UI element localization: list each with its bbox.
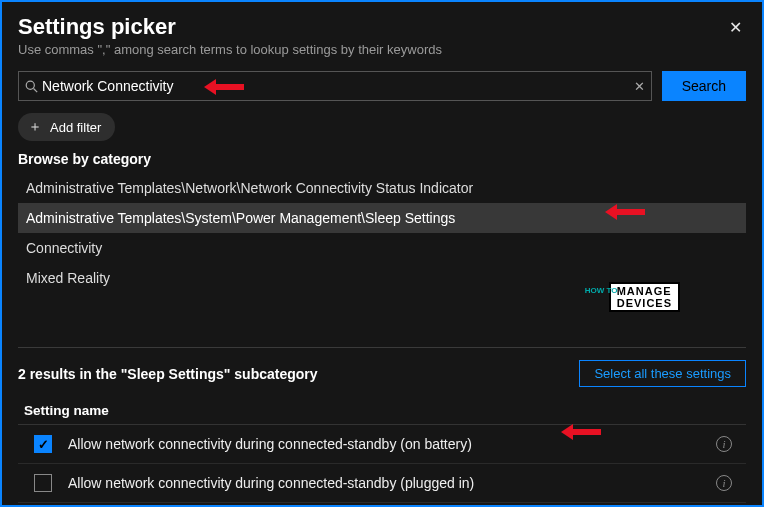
category-item[interactable]: Administrative Templates\System\Power Ma… [18,203,746,233]
page-subtitle: Use commas "," among search terms to loo… [18,42,442,57]
setting-row[interactable]: Allow network connectivity during connec… [18,464,746,503]
plus-icon: ＋ [28,118,42,136]
clear-icon[interactable]: ✕ [634,79,645,94]
info-icon[interactable]: i [716,436,732,452]
page-title: Settings picker [18,14,442,40]
checkbox[interactable]: ✓ [34,435,52,453]
search-button[interactable]: Search [662,71,746,101]
setting-label: Allow network connectivity during connec… [68,436,716,452]
browse-heading: Browse by category [18,151,746,167]
watermark: HOW TO MANAGEDEVICES [609,282,680,312]
svg-line-1 [34,88,38,92]
add-filter-button[interactable]: ＋ Add filter [18,113,115,141]
info-icon[interactable]: i [716,475,732,491]
setting-row[interactable]: ✓ Allow network connectivity during conn… [18,425,746,464]
select-all-button[interactable]: Select all these settings [579,360,746,387]
results-summary: 2 results in the "Sleep Settings" subcat… [18,366,318,382]
add-filter-label: Add filter [50,120,101,135]
category-item[interactable]: Administrative Templates\Network\Network… [18,173,746,203]
checkbox[interactable] [34,474,52,492]
svg-point-0 [26,81,34,89]
search-box[interactable]: ✕ [18,71,652,101]
column-header: Setting name [18,397,746,425]
divider [18,347,746,348]
setting-label: Allow network connectivity during connec… [68,475,716,491]
search-icon [25,80,38,93]
close-button[interactable]: ✕ [725,14,746,41]
search-input[interactable] [38,78,634,94]
category-item[interactable]: Connectivity [18,233,746,263]
